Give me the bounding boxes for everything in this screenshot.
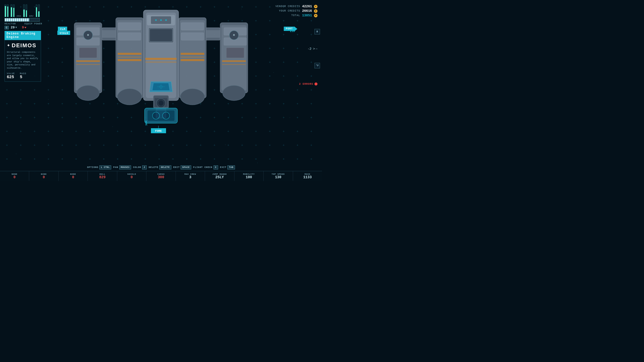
reactor-label: REACTOR (5, 23, 16, 25)
bottom-controls-bar: OPTIONS L CTRL PAN MOUSE3 COLOR J DELETE… (0, 164, 322, 171)
distance-21m-label: 21m (290, 30, 295, 33)
f-button[interactable]: °F (314, 63, 320, 68)
svg-rect-38 (181, 33, 204, 40)
svg-rect-7 (79, 48, 97, 58)
vendor-credits-row: VENDOR CREDITS 42261 ⊙ (275, 5, 317, 8)
stat-cargo: CARGO 300 (146, 171, 176, 181)
equip-down-arrow (24, 27, 26, 28)
reactor-equip-labels: REACTOR EQUIP POWER (5, 23, 42, 25)
total-credits-row: TOTAL 13851 ⊙ (275, 14, 317, 17)
vendor-credits-label: VENDOR CREDITS (275, 5, 300, 8)
item-name-banner: Deimos Braking Engine (5, 31, 41, 40)
value-mass-row: VALUE 625 MASS 5 (7, 72, 39, 79)
ctrl-options: OPTIONS L CTRL (87, 165, 111, 169)
svg-rect-17 (226, 48, 244, 58)
equip-value: 9 (22, 26, 26, 29)
item-description: Structural components are largely cosmet… (7, 51, 39, 70)
power-bar-unfill (29, 18, 39, 21)
svg-rect-41 (181, 59, 204, 61)
your-credits-value: 26616 (302, 9, 312, 13)
svg-text:×: × (87, 33, 89, 37)
svg-point-34 (117, 89, 142, 105)
svg-text:FORE: FORE (155, 129, 162, 132)
vendor-credits-value: 42261 (302, 5, 312, 8)
eng-label: ENG (17, 15, 21, 17)
svg-rect-32 (118, 57, 141, 58)
svg-text:30M: 30M (145, 121, 148, 126)
stbd-annotation: ST81S (57, 31, 70, 35)
svg-text:×: × (233, 33, 235, 37)
top-left-panel: ENG GRV REACTOR EQUIP POWER C (5, 5, 42, 82)
your-credits-icon: ⊙ (314, 9, 317, 13)
bar-3 (11, 5, 12, 17)
svg-rect-30 (118, 33, 141, 40)
bar-5 (23, 5, 25, 17)
your-credits-row: YOUR CREDITS 26616 ⊙ (275, 9, 317, 13)
bottom-stats-bar: NONE 0 NONE 0 NONE 0 HULL 829 SHIELD 0 C… (0, 171, 322, 181)
vendor-credits-icon: ⊙ (314, 5, 317, 8)
r-button[interactable]: R (314, 29, 320, 34)
svg-rect-10 (76, 60, 100, 62)
svg-rect-11 (76, 64, 100, 65)
wt2-annotation: WT2 (58, 27, 67, 31)
bar-8 (38, 5, 40, 17)
svg-rect-36 (180, 20, 205, 96)
right-panel: R (314, 29, 320, 36)
svg-rect-70 (145, 108, 177, 123)
c-label: C (5, 26, 9, 29)
credits-panel: VENDOR CREDITS 42261 ⊙ YOUR CREDITS 2661… (275, 5, 317, 18)
ctrl-exit: EXIT TAB (220, 165, 235, 169)
ctrl-delete: DELETE DELETE (149, 165, 171, 169)
ctrl-pan: PAN MOUSE3 (113, 165, 131, 169)
stat-shield: SHIELD 0 (117, 171, 146, 181)
bar-1 (5, 5, 6, 17)
svg-point-22 (223, 85, 245, 101)
svg-rect-28 (117, 20, 142, 96)
bar-6 (26, 5, 27, 17)
nav-indicator: -2 > — (308, 47, 317, 51)
stat-hull: HULL 829 (88, 171, 117, 181)
ctrl-edit: EDIT SPACE (173, 165, 191, 169)
total-value: 13851 (302, 14, 312, 17)
mass-number: 5 (20, 75, 22, 79)
svg-rect-39 (181, 53, 204, 55)
stat-max-crew: MAX CREW 3 (176, 171, 205, 181)
mass-label: MASS (20, 72, 26, 75)
value-label: VALUE (7, 72, 15, 75)
reactor-value: 29 (11, 26, 15, 29)
stat-none-3: NONE 0 (59, 171, 88, 181)
value-stat: VALUE 625 (7, 72, 15, 79)
svg-rect-51 (150, 29, 172, 41)
power-bars-group: ENG GRV (5, 5, 40, 17)
your-credits-label: YOUR CREDITS (279, 10, 300, 12)
power-bar-fill (5, 18, 29, 21)
stat-jump-range: JUMP RANGE 25LY (205, 171, 234, 181)
equip-power-label: EQUIP POWER (25, 23, 42, 25)
svg-point-47 (155, 19, 157, 21)
mass-stat: MASS 5 (20, 72, 26, 79)
svg-rect-40 (181, 57, 204, 58)
ctrl-color: COLOR J (133, 165, 147, 169)
item-info-panel: ✦ DEIMOS Structural components are large… (5, 40, 41, 82)
error-dot (314, 82, 317, 85)
brand-logo: ✦ DEIMOS (7, 42, 39, 49)
svg-point-63 (158, 101, 164, 106)
svg-rect-53 (145, 62, 177, 63)
right-panel-2: °F (314, 63, 320, 70)
stat-none-2: NONE 0 (29, 171, 58, 181)
stat-mobility: MOBILITY 100 (234, 171, 264, 181)
ship-svg: × × (67, 3, 255, 143)
svg-point-42 (180, 89, 205, 105)
brand-star: ✦ (7, 43, 10, 48)
ship-viewport: × × (67, 3, 255, 143)
svg-rect-52 (145, 58, 177, 60)
bar-2 (7, 5, 9, 17)
svg-rect-31 (118, 53, 141, 55)
bar-4 (13, 5, 15, 17)
svg-point-49 (165, 19, 167, 21)
svg-point-48 (160, 19, 162, 21)
ctrl-flight-check: FLIGHT CHECK C (193, 165, 218, 169)
svg-rect-37 (181, 23, 204, 30)
svg-rect-21 (222, 64, 246, 65)
brand-name: DEIMOS (12, 42, 36, 49)
